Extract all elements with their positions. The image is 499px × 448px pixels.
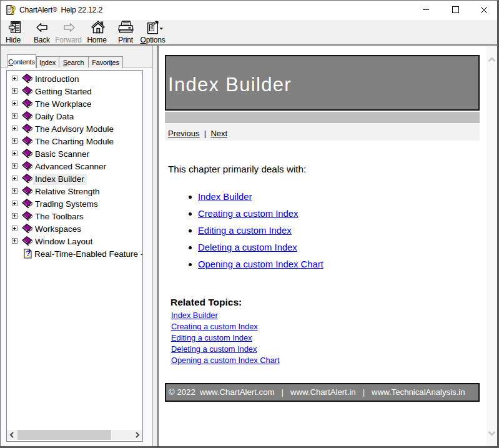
svg-text:?: ? (10, 5, 16, 15)
